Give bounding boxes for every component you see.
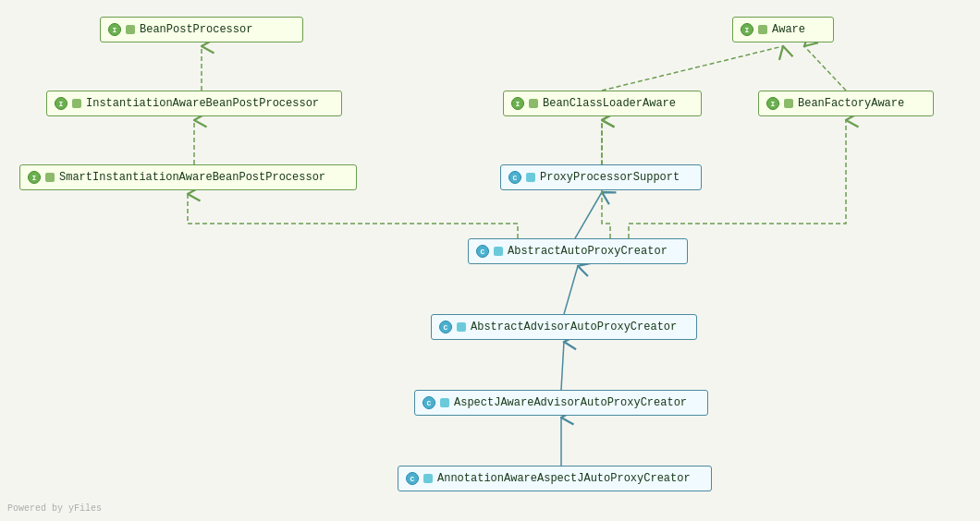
node-AbstractAutoProxyCreator[interactable]: C AbstractAutoProxyCreator <box>468 238 688 264</box>
class-icon-AAPC: C <box>476 245 489 258</box>
interface-icon-BFA: I <box>766 97 779 110</box>
small-icon-BFA <box>784 99 793 108</box>
svg-line-6 <box>564 266 578 314</box>
interface-icon-Aware: I <box>741 23 753 36</box>
powered-by: Powered by yFiles <box>7 503 102 514</box>
node-BeanPostProcessor[interactable]: I BeanPostProcessor <box>100 17 303 42</box>
interface-icon-IABPP: I <box>55 97 67 110</box>
small-icon-Aware <box>758 25 767 34</box>
node-SmartInstantiationAwareBeanPostProcessor[interactable]: I SmartInstantiationAwareBeanPostProcess… <box>19 164 357 190</box>
small-icon-IABPP <box>72 99 81 108</box>
label-BeanPostProcessor: BeanPostProcessor <box>140 23 252 36</box>
node-AbstractAdvisorAutoProxyCreator[interactable]: C AbstractAdvisorAutoProxyCreator <box>431 314 697 340</box>
node-BeanClassLoaderAware[interactable]: I BeanClassLoaderAware <box>503 91 702 116</box>
node-Aware[interactable]: I Aware <box>732 17 834 42</box>
svg-line-1 <box>602 46 783 91</box>
class-icon-PPS: C <box>508 171 521 184</box>
svg-line-2 <box>804 46 846 91</box>
node-InstantiationAwareBeanPostProcessor[interactable]: I InstantiationAwareBeanPostProcessor <box>46 91 342 116</box>
class-icon-AJAAPC: C <box>423 396 435 409</box>
small-icon-BCLA <box>529 99 538 108</box>
svg-line-5 <box>575 192 602 238</box>
small-icon-PPS <box>526 173 535 182</box>
class-icon-AAAPC: C <box>439 321 452 333</box>
interface-icon-BeanPostProcessor: I <box>108 23 121 36</box>
label-PPS: ProxyProcessorSupport <box>540 171 680 184</box>
small-icon-BeanPostProcessor <box>126 25 135 34</box>
label-SIABPP: SmartInstantiationAwareBeanPostProcessor <box>59 171 325 184</box>
diagram: I BeanPostProcessor I Aware I Instantiat… <box>0 0 980 521</box>
label-BCLA: BeanClassLoaderAware <box>543 97 676 110</box>
interface-icon-SIABPP: I <box>28 171 41 184</box>
small-icon-AAPC <box>494 247 503 256</box>
label-Aware: Aware <box>772 23 805 36</box>
label-AAAPC: AbstractAdvisorAutoProxyCreator <box>471 321 677 333</box>
label-BFA: BeanFactoryAware <box>798 97 904 110</box>
node-BeanFactoryAware[interactable]: I BeanFactoryAware <box>758 91 934 116</box>
svg-line-7 <box>561 342 564 390</box>
node-AspectJAwareAdvisorAutoProxyCreator[interactable]: C AspectJAwareAdvisorAutoProxyCreator <box>414 390 708 416</box>
node-AnnotationAwareAspectJAutoProxyCreator[interactable]: C AnnotationAwareAspectJAutoProxyCreator <box>398 466 712 491</box>
interface-icon-BCLA: I <box>511 97 524 110</box>
small-icon-AAAJPC <box>423 474 433 483</box>
label-IABPP: InstantiationAwareBeanPostProcessor <box>86 97 319 110</box>
label-AJAAPC: AspectJAwareAdvisorAutoProxyCreator <box>454 396 687 409</box>
small-icon-AAAPC <box>457 322 466 332</box>
label-AAPC: AbstractAutoProxyCreator <box>508 245 668 258</box>
small-icon-SIABPP <box>45 173 55 182</box>
label-AAAJPC: AnnotationAwareAspectJAutoProxyCreator <box>437 472 691 485</box>
class-icon-AAAJPC: C <box>406 472 419 485</box>
node-ProxyProcessorSupport[interactable]: C ProxyProcessorSupport <box>500 164 702 190</box>
small-icon-AJAAPC <box>440 398 449 407</box>
